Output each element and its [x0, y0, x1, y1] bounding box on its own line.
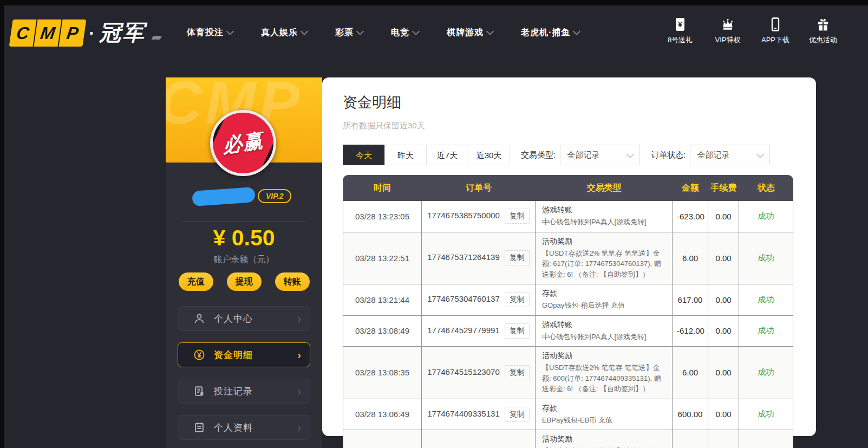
- cell-time: 03/28 13:06:49: [343, 399, 422, 431]
- chevron-down-icon: [756, 150, 764, 158]
- col-header-amount: 金额: [673, 175, 708, 201]
- profile-sidebar: CMP 必赢 VIP.2 ¥ 0.50 账户余额（元） 充值提现转账 个人中心 …: [166, 77, 322, 448]
- vip-level-badge: VIP.2: [258, 189, 291, 203]
- cell-fee: 0.00: [708, 316, 739, 347]
- cell-fee: 0.00: [708, 399, 739, 431]
- chevron-right-icon: ›: [297, 422, 301, 433]
- quick-link-app[interactable]: APP下载: [759, 17, 792, 45]
- cell-status: 成功: [739, 201, 793, 232]
- table-row: 03/28 13:08:35 1774674515123070复制 活动奖励 【…: [343, 347, 793, 399]
- cell-type: 存款 GOpay钱包-稍后选择 充值: [536, 284, 673, 316]
- nav-menu-item[interactable]: 棋牌游戏: [447, 27, 493, 38]
- copy-button[interactable]: 复制: [505, 209, 530, 224]
- cell-order: 1774674377243007复制: [422, 430, 536, 448]
- cell-order: 1774675371264139复制: [422, 232, 536, 285]
- profile-icon: [193, 421, 205, 433]
- date-tab[interactable]: 近30天: [468, 145, 510, 165]
- wallet-actions: 充值提现转账: [166, 272, 322, 291]
- username-redacted: [192, 187, 256, 206]
- table-row: 03/28 13:23:05 1774675385750000复制 游戏转账 中…: [343, 201, 793, 232]
- cell-order: 1774674529779991复制: [422, 316, 536, 347]
- site-logo[interactable]: C M P · 冠军: [11, 18, 161, 48]
- nav-menu-item[interactable]: 彩票: [335, 27, 363, 38]
- copy-button[interactable]: 复制: [505, 250, 530, 265]
- sidebar-item-user[interactable]: 个人中心 ›: [178, 306, 310, 331]
- avatar: 必赢: [210, 110, 276, 176]
- user-icon: [193, 313, 205, 324]
- cell-fee: 0.00: [708, 430, 739, 448]
- col-header-time: 时间: [343, 175, 422, 201]
- wallet-action-button[interactable]: 充值: [179, 272, 213, 291]
- cell-time: 03/28 13:08:35: [343, 347, 422, 399]
- date-tab[interactable]: 近7天: [426, 145, 468, 165]
- table-row: 03/28 13:21:44 1774675304760137复制 存款 GOp…: [343, 284, 793, 316]
- cell-status: 成功: [739, 347, 793, 399]
- quick-link-vip[interactable]: VIP特权: [711, 17, 745, 45]
- quick-link-gift8[interactable]: ¥ 8号送礼: [663, 17, 697, 45]
- cell-type: 游戏转账 中心钱包转账到PA真人[游戏免转]: [536, 201, 673, 232]
- chevron-down-icon: [486, 28, 494, 35]
- page-subtitle: 所有数据只保留近30天: [343, 121, 425, 131]
- nav-menu-item[interactable]: 电竞: [391, 27, 419, 38]
- funds-table-wrap: 时间 订单号 交易类型 金额 手续费 状态 03/28 13:23:05 177…: [343, 175, 793, 448]
- crown-icon: [721, 17, 735, 31]
- nav-menu-item[interactable]: 真人娱乐: [261, 27, 307, 38]
- cell-fee: 0.00: [708, 232, 739, 285]
- order-status-select[interactable]: 全部记录: [690, 145, 770, 165]
- cell-order: 1774674515123070复制: [422, 347, 536, 399]
- cell-amount: 617.00: [673, 284, 708, 316]
- chevron-down-icon: [626, 150, 634, 158]
- date-tab[interactable]: 昨天: [384, 145, 427, 165]
- cell-time: 03/28 13:22:51: [343, 232, 422, 285]
- cell-status: 成功: [739, 284, 793, 316]
- cell-amount: 6.00: [673, 232, 708, 285]
- chevron-right-icon: ›: [297, 386, 301, 397]
- main-nav: 体育投注 真人娱乐 彩票 电竞 棋牌游戏 老虎机·捕鱼: [187, 5, 579, 60]
- copy-button[interactable]: 复制: [505, 292, 530, 307]
- svg-text:¥: ¥: [678, 20, 682, 29]
- cell-type: 活动奖励 【投注上上签 百事顺遂 】连续签到: 1次, 赠送彩金: 6 (截至:…: [536, 430, 673, 448]
- cell-type: 活动奖励 【USDT存款送2% 笔笔存 笔笔送】金额: 617(订单: 1774…: [536, 232, 673, 285]
- cell-order: 1774675304760137复制: [422, 284, 536, 316]
- cell-fee: 0.00: [708, 284, 739, 316]
- page-title: 资金明细: [343, 93, 401, 112]
- yen-circle-icon: [193, 349, 205, 361]
- bet-record-icon: [193, 385, 205, 397]
- chevron-right-icon: ›: [297, 313, 301, 324]
- cell-status: 成功: [739, 316, 793, 347]
- logo-dot: ·: [89, 24, 95, 42]
- quick-link-promo[interactable]: 优惠活动: [806, 17, 840, 45]
- logo-letter: P: [58, 20, 86, 47]
- cell-type: 游戏转账 中心钱包转账到PA真人[游戏免转]: [536, 316, 673, 347]
- chevron-down-icon: [226, 28, 234, 35]
- sidebar-item-profile[interactable]: 个人资料 ›: [178, 415, 310, 440]
- chevron-down-icon: [301, 28, 308, 35]
- sidebar-item-yen-circle[interactable]: 资金明细 ›: [178, 342, 310, 367]
- transaction-type-select[interactable]: 全部记录: [560, 145, 640, 165]
- table-row: 03/28 13:06:49 1774674409335131复制 存款 EBP…: [343, 399, 793, 431]
- date-tab[interactable]: 今天: [343, 145, 385, 165]
- gift-icon: [816, 17, 830, 31]
- logo-dash: [152, 36, 162, 40]
- logo-cmp-box: C M P: [9, 20, 86, 47]
- logo-letter: C: [9, 20, 36, 47]
- nav-menu-item[interactable]: 老虎机·捕鱼: [521, 27, 579, 38]
- copy-button[interactable]: 复制: [505, 407, 530, 422]
- cell-order: 1774674409335131复制: [422, 399, 536, 431]
- content-panel: 资金明细 所有数据只保留近30天 今天昨天近7天近30天 交易类型: 全部记录 …: [322, 77, 816, 436]
- wallet-action-button[interactable]: 转账: [275, 272, 310, 291]
- cell-status: 成功: [739, 399, 793, 431]
- table-row: 03/28 13:22:51 1774675371264139复制 活动奖励 【…: [343, 232, 793, 285]
- account-balance-label: 账户余额（元）: [166, 254, 322, 265]
- chevron-down-icon: [573, 28, 580, 35]
- copy-button[interactable]: 复制: [505, 323, 530, 339]
- filter-row: 今天昨天近7天近30天 交易类型: 全部记录 订单状态: 全部记录: [343, 145, 770, 165]
- col-header-fee: 手续费: [708, 175, 739, 201]
- col-header-order: 订单号: [422, 175, 536, 201]
- table-row: 03/28 13:08:49 1774674529779991复制 游戏转账 中…: [343, 316, 793, 347]
- divider: [180, 221, 308, 222]
- sidebar-item-bet-record[interactable]: 投注记录 ›: [178, 379, 310, 404]
- nav-menu-item[interactable]: 体育投注: [187, 27, 233, 38]
- wallet-action-button[interactable]: 提现: [227, 272, 262, 291]
- copy-button[interactable]: 复制: [505, 365, 530, 380]
